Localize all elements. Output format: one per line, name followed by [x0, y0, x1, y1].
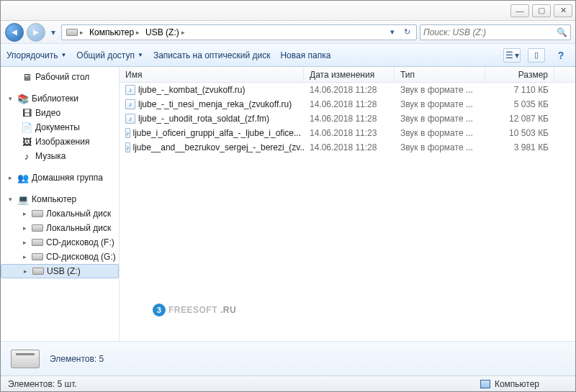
file-size-cell: 5 035 КБ — [485, 99, 554, 109]
tree-drive-item[interactable]: ▸USB (Z:) — [1, 264, 119, 278]
column-date[interactable]: Дата изменения — [304, 67, 395, 82]
organize-button[interactable]: Упорядочить ▼ — [6, 50, 66, 60]
file-name: ljube_-_kombat_(zvukoff.ru) — [138, 85, 246, 95]
help-button[interactable]: ? — [552, 48, 570, 63]
tree-drive-item[interactable]: ▸Локальный диск — [1, 221, 119, 235]
tree-desktop[interactable]: 🖥 Рабочий стол — [1, 70, 119, 84]
toolbar-label: Общий доступ — [76, 50, 135, 60]
file-name: ljube__and__bezrukov_sergej_-_berezi_(zv… — [133, 142, 305, 152]
file-name: ljube_i_oficeri_gruppi_alfa_-_ljube_i_of… — [133, 128, 302, 138]
toolbar-label: Упорядочить — [6, 50, 58, 60]
tree-drive-item[interactable]: ▸CD-дисковод (G:) — [1, 250, 119, 264]
file-date-cell: 14.06.2018 11:28 — [304, 85, 395, 95]
share-button[interactable]: Общий доступ ▼ — [76, 50, 143, 60]
expander-icon[interactable]: ▸ — [21, 253, 29, 261]
new-folder-button[interactable]: Новая папка — [280, 50, 330, 60]
column-name[interactable]: Имя — [120, 67, 304, 82]
tree-label: Локальный диск — [46, 223, 111, 233]
file-type-cell: Звук в формате ... — [395, 99, 485, 109]
audio-file-icon: ♪ — [125, 142, 130, 152]
computer-icon — [480, 380, 490, 388]
titlebar: — ▢ ✕ — [1, 1, 575, 21]
address-bar[interactable]: ▸ Компьютер ▸ USB (Z:) ▸ ▾ ↻ — [61, 24, 417, 40]
homegroup-icon: 👥 — [17, 172, 29, 183]
tree-label: Изображения — [35, 137, 89, 147]
toolbar-label: Записать на оптический диск — [153, 50, 271, 60]
file-name-cell: ♪ljube_-_ti_nesi_menja_reka_(zvukoff.ru) — [120, 99, 304, 109]
search-input[interactable] — [423, 27, 554, 37]
explorer-window: — ▢ ✕ ◄ ► ▾ ▸ Компьютер ▸ USB (Z:) ▸ ▾ ↻ — [0, 0, 576, 392]
chevron-down-icon: ▾ — [515, 50, 519, 60]
tree-library-item[interactable]: 📄Документы — [1, 120, 119, 135]
maximize-button[interactable]: ▢ — [532, 4, 551, 17]
chevron-right-icon: ▸ — [181, 29, 185, 36]
file-row[interactable]: ♪ljube_-_ti_nesi_menja_reka_(zvukoff.ru)… — [120, 97, 575, 111]
file-row[interactable]: ♪ljube_-_uhodit_rota_soldat_(zf.fm)14.06… — [120, 111, 575, 126]
search-box[interactable]: 🔍 — [420, 24, 571, 40]
navigation-tree[interactable]: 🖥 Рабочий стол ▾ 📚 Библиотеки 🎞Видео📄Док… — [1, 67, 120, 341]
file-list: Имя Дата изменения Тип Размер ♪ljube_-_k… — [120, 67, 575, 341]
list-icon: ☰ — [505, 50, 513, 60]
expander-icon[interactable]: ▸ — [21, 224, 29, 232]
expander-icon[interactable]: ▸ — [21, 210, 29, 218]
forward-button[interactable]: ► — [27, 23, 45, 42]
audio-file-icon: ♪ — [125, 128, 130, 138]
tree-label: CD-дисковод (G:) — [46, 252, 116, 262]
tree-homegroup[interactable]: ▸ 👥 Домашняя группа — [1, 170, 119, 185]
view-mode-button[interactable]: ☰ ▾ — [503, 48, 521, 63]
file-row[interactable]: ♪ljube_-_kombat_(zvukoff.ru)14.06.2018 1… — [120, 83, 575, 97]
tree-label: Библиотеки — [32, 94, 78, 104]
chevron-right-icon: ▸ — [136, 29, 140, 36]
expander-icon[interactable]: ▸ — [22, 268, 30, 275]
tree-label: CD-дисковод (F:) — [46, 237, 114, 247]
address-dropdown[interactable]: ▾ — [386, 26, 399, 39]
nav-history-dropdown[interactable]: ▾ — [48, 23, 58, 42]
tree-drive-item[interactable]: ▸CD-дисковод (F:) — [1, 235, 119, 250]
tree-computer[interactable]: ▾ 💻 Компьютер — [1, 192, 119, 206]
breadcrumb-segment-usb[interactable]: USB (Z:) ▸ — [143, 25, 188, 40]
refresh-button[interactable]: ↻ — [400, 26, 413, 39]
library-item-icon: ♪ — [21, 150, 32, 162]
back-button[interactable]: ◄ — [5, 23, 24, 42]
file-row[interactable]: ♪ljube__and__bezrukov_sergej_-_berezi_(z… — [120, 140, 575, 155]
status-left: Элементов: 5 шт. — [8, 379, 77, 389]
file-size-cell: 12 087 КБ — [485, 114, 554, 124]
expander-icon[interactable]: ▾ — [6, 196, 14, 204]
expander-icon[interactable]: ▾ — [6, 95, 14, 103]
file-size-cell: 10 503 КБ — [485, 128, 554, 138]
tree-library-item[interactable]: ♪Музыка — [1, 149, 119, 163]
close-button[interactable]: ✕ — [554, 4, 572, 17]
library-item-icon: 🎞 — [21, 107, 32, 119]
column-size[interactable]: Размер — [485, 67, 554, 82]
drive-icon — [66, 29, 78, 36]
chevron-right-icon: ▸ — [80, 29, 84, 36]
tree-libraries[interactable]: ▾ 📚 Библиотеки — [1, 91, 119, 106]
minimize-button[interactable]: — — [510, 4, 529, 17]
audio-file-icon: ♪ — [125, 114, 135, 124]
computer-icon: 💻 — [17, 193, 29, 205]
file-date-cell: 14.06.2018 11:23 — [304, 128, 395, 138]
watermark-badge: 3 — [153, 304, 166, 316]
column-type[interactable]: Тип — [395, 67, 485, 82]
burn-button[interactable]: Записать на оптический диск — [153, 50, 271, 60]
file-type-cell: Звук в формате ... — [395, 142, 485, 152]
preview-pane-button[interactable]: ▯ — [528, 48, 545, 63]
file-type-cell: Звук в формате ... — [395, 114, 485, 124]
tree-library-item[interactable]: 🖼Изображения — [1, 135, 119, 149]
file-name-cell: ♪ljube_i_oficeri_gruppi_alfa_-_ljube_i_o… — [120, 128, 304, 138]
content-area: 🖥 Рабочий стол ▾ 📚 Библиотеки 🎞Видео📄Док… — [1, 67, 575, 341]
tree-label: Видео — [35, 108, 60, 118]
toolbar-label: Новая папка — [280, 50, 330, 60]
tree-library-item[interactable]: 🎞Видео — [1, 106, 119, 120]
file-row[interactable]: ♪ljube_i_oficeri_gruppi_alfa_-_ljube_i_o… — [120, 126, 575, 140]
audio-file-icon: ♪ — [125, 99, 135, 109]
file-rows: ♪ljube_-_kombat_(zvukoff.ru)14.06.2018 1… — [120, 83, 575, 341]
expander-icon[interactable]: ▸ — [6, 174, 14, 182]
library-item-icon: 🖼 — [21, 136, 32, 147]
expander-icon[interactable]: ▸ — [21, 239, 29, 247]
file-name-cell: ♪ljube_-_uhodit_rota_soldat_(zf.fm) — [120, 114, 304, 124]
tree-drive-item[interactable]: ▸Локальный диск — [1, 206, 119, 221]
watermark: 3 FREESOFT.RU — [153, 304, 236, 316]
breadcrumb-segment-computer[interactable]: Компьютер ▸ — [86, 25, 143, 40]
breadcrumb-root[interactable]: ▸ — [63, 25, 86, 40]
